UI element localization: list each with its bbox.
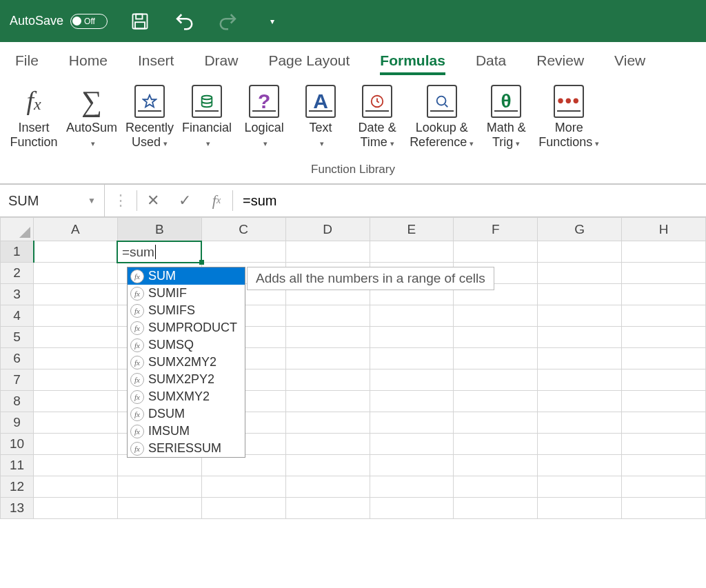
tab-review[interactable]: Review xyxy=(536,52,584,74)
cell-E10[interactable] xyxy=(370,434,454,455)
cancel-formula-icon[interactable]: ✕ xyxy=(137,185,169,216)
autocomplete-item-sumifs[interactable]: fxSUMIFS xyxy=(128,302,245,319)
column-header-G[interactable]: G xyxy=(538,218,622,241)
cell-G4[interactable] xyxy=(538,305,622,327)
tab-page-layout[interactable]: Page Layout xyxy=(268,52,350,74)
cell-H5[interactable] xyxy=(622,327,706,348)
cell-F8[interactable] xyxy=(454,391,538,412)
row-header-3[interactable]: 3 xyxy=(1,284,34,305)
row-header-1[interactable]: 1 xyxy=(1,241,34,263)
cell-E5[interactable] xyxy=(370,327,454,348)
cell-A10[interactable] xyxy=(34,434,118,455)
customize-qat-icon[interactable]: ▾ xyxy=(261,10,284,33)
cell-E7[interactable] xyxy=(370,369,454,391)
column-header-F[interactable]: F xyxy=(454,218,538,241)
cell-F9[interactable] xyxy=(454,412,538,434)
row-header-4[interactable]: 4 xyxy=(1,305,34,327)
autocomplete-item-seriessum[interactable]: fxSERIESSUM xyxy=(128,440,245,457)
cell-H1[interactable] xyxy=(622,241,706,263)
cell-A5[interactable] xyxy=(34,327,118,348)
tab-insert[interactable]: Insert xyxy=(138,52,174,74)
cell-G2[interactable] xyxy=(538,263,622,284)
tab-data[interactable]: Data xyxy=(476,52,506,74)
cell-D8[interactable] xyxy=(285,391,370,412)
cell-D7[interactable] xyxy=(285,369,370,391)
cell-D5[interactable] xyxy=(285,327,370,348)
column-header-A[interactable]: A xyxy=(34,218,118,241)
cell-D4[interactable] xyxy=(285,305,370,327)
cell-D12[interactable] xyxy=(285,476,370,498)
tab-file[interactable]: File xyxy=(15,52,39,74)
row-header-11[interactable]: 11 xyxy=(1,455,34,476)
cell-E12[interactable] xyxy=(370,476,454,498)
fx-icon[interactable]: fx xyxy=(201,185,232,216)
column-header-H[interactable]: H xyxy=(622,218,706,241)
cell-B1[interactable]: =sum xyxy=(117,241,201,263)
cell-C11[interactable] xyxy=(201,455,285,476)
autosave-toggle[interactable]: Off xyxy=(70,14,108,29)
autocomplete-item-sumsq[interactable]: fxSUMSQ xyxy=(128,336,245,354)
formula-autocomplete[interactable]: fxSUMfxSUMIFfxSUMIFSfxSUMPRODUCTfxSUMSQf… xyxy=(127,267,245,458)
cell-H4[interactable] xyxy=(622,305,706,327)
cell-A1[interactable] xyxy=(34,241,118,263)
autocomplete-item-sumx2py2[interactable]: fxSUMX2PY2 xyxy=(128,371,245,388)
cell-G1[interactable] xyxy=(538,241,622,263)
column-header-C[interactable]: C xyxy=(201,218,285,241)
cell-C12[interactable] xyxy=(201,476,285,498)
cell-F10[interactable] xyxy=(454,434,538,455)
cell-D11[interactable] xyxy=(285,455,370,476)
column-header-D[interactable]: D xyxy=(285,218,370,241)
autocomplete-item-sum[interactable]: fxSUM xyxy=(128,267,245,285)
cell-G12[interactable] xyxy=(538,476,622,498)
cell-B13[interactable] xyxy=(117,498,201,519)
cell-F6[interactable] xyxy=(454,348,538,369)
row-header-7[interactable]: 7 xyxy=(1,369,34,391)
cell-H9[interactable] xyxy=(622,412,706,434)
cell-A7[interactable] xyxy=(34,369,118,391)
cell-A3[interactable] xyxy=(34,284,118,305)
cell-A2[interactable] xyxy=(34,263,118,284)
cell-B11[interactable] xyxy=(117,455,201,476)
formula-bar-menu-icon[interactable]: ⋮ xyxy=(105,185,137,216)
autocomplete-item-sumproduct[interactable]: fxSUMPRODUCT xyxy=(128,319,245,336)
select-all-corner[interactable] xyxy=(1,218,34,241)
tab-view[interactable]: View xyxy=(614,52,645,74)
save-icon[interactable] xyxy=(128,10,152,33)
cell-G5[interactable] xyxy=(538,327,622,348)
worksheet-grid[interactable]: ABCDEFGH1=sum2345678910111213 fxSUMfxSUM… xyxy=(0,217,706,519)
cell-E4[interactable] xyxy=(370,305,454,327)
cell-D1[interactable] xyxy=(285,241,370,263)
cell-G10[interactable] xyxy=(538,434,622,455)
cell-E1[interactable] xyxy=(370,241,454,263)
cell-G8[interactable] xyxy=(538,391,622,412)
cell-C13[interactable] xyxy=(201,498,285,519)
row-header-2[interactable]: 2 xyxy=(1,263,34,284)
cell-G6[interactable] xyxy=(538,348,622,369)
autocomplete-item-dsum[interactable]: fxDSUM xyxy=(128,405,245,423)
autocomplete-item-sumif[interactable]: fxSUMIF xyxy=(128,285,245,302)
cell-G13[interactable] xyxy=(538,498,622,519)
cell-E8[interactable] xyxy=(370,391,454,412)
cell-H10[interactable] xyxy=(622,434,706,455)
cell-D6[interactable] xyxy=(285,348,370,369)
cell-H11[interactable] xyxy=(622,455,706,476)
cell-E6[interactable] xyxy=(370,348,454,369)
ribbon-date--button[interactable]: Date &Time▾ xyxy=(350,81,404,150)
row-header-8[interactable]: 8 xyxy=(1,391,34,412)
ribbon-autosum-button[interactable]: ∑AutoSum▾ xyxy=(63,81,120,150)
cell-A6[interactable] xyxy=(34,348,118,369)
cell-G3[interactable] xyxy=(538,284,622,305)
autosave-control[interactable]: AutoSave Off xyxy=(10,14,108,29)
cell-F13[interactable] xyxy=(454,498,538,519)
cell-H13[interactable] xyxy=(622,498,706,519)
cell-A12[interactable] xyxy=(34,476,118,498)
cell-A9[interactable] xyxy=(34,412,118,434)
autocomplete-item-sumxmy2[interactable]: fxSUMXMY2 xyxy=(128,388,245,405)
cell-F1[interactable] xyxy=(454,241,538,263)
tab-home[interactable]: Home xyxy=(69,52,108,74)
undo-icon[interactable] xyxy=(172,10,196,33)
cell-D9[interactable] xyxy=(285,412,370,434)
cell-H3[interactable] xyxy=(622,284,706,305)
row-header-6[interactable]: 6 xyxy=(1,348,34,369)
cell-G11[interactable] xyxy=(538,455,622,476)
